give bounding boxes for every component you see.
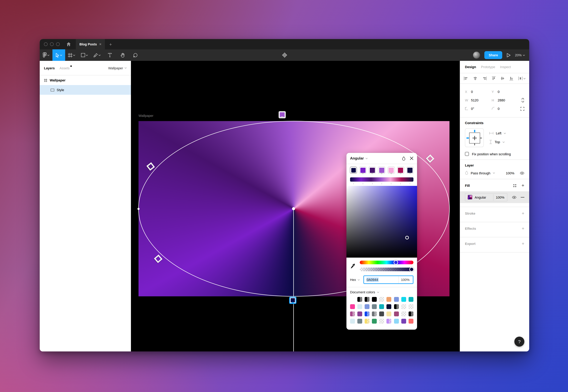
align-vertical-center-icon[interactable] <box>501 76 504 81</box>
hue-slider-knob[interactable] <box>393 260 398 265</box>
document-color-swatch[interactable] <box>357 319 362 323</box>
document-color-swatch[interactable] <box>387 319 391 323</box>
pen-tool-button[interactable] <box>91 49 103 61</box>
document-color-swatch[interactable] <box>394 319 399 323</box>
document-color-swatch[interactable] <box>372 304 377 309</box>
align-top-icon[interactable] <box>492 76 495 81</box>
color-field-knob[interactable] <box>405 236 409 239</box>
gradient-stop-handle-top[interactable] <box>279 111 286 118</box>
fill-styles-icon[interactable] <box>513 183 517 187</box>
document-color-swatch[interactable] <box>401 319 406 323</box>
height-field[interactable]: H 2880 <box>492 98 518 102</box>
document-color-swatch[interactable] <box>379 311 384 316</box>
hue-slider[interactable] <box>360 261 413 264</box>
zoom-level-dropdown[interactable]: 20% <box>515 53 525 57</box>
document-color-swatch[interactable] <box>387 304 391 309</box>
add-effect-icon[interactable]: + <box>522 226 524 231</box>
picker-gradient-stop[interactable] <box>359 167 366 174</box>
saturation-value-field[interactable] <box>346 186 417 258</box>
constrain-proportions-toggle[interactable] <box>521 98 524 103</box>
document-color-swatch[interactable] <box>357 297 362 302</box>
document-color-swatch[interactable] <box>365 319 370 323</box>
document-color-swatch[interactable] <box>372 319 377 323</box>
document-color-swatch[interactable] <box>387 311 391 316</box>
picker-gradient-stop[interactable] <box>406 167 414 174</box>
document-color-swatch[interactable] <box>357 304 362 309</box>
alpha-slider[interactable] <box>360 267 413 271</box>
document-color-swatch[interactable] <box>387 297 391 302</box>
add-stroke-icon[interactable]: + <box>522 211 524 216</box>
close-icon[interactable] <box>410 156 413 160</box>
frame-tool-button[interactable] <box>65 49 78 61</box>
comment-tool-button[interactable] <box>129 49 142 61</box>
align-bottom-icon[interactable] <box>509 76 513 81</box>
user-avatar[interactable] <box>473 52 480 59</box>
gradient-type-dropdown[interactable]: Angular <box>350 156 364 160</box>
file-tab[interactable]: Blog Posts × <box>76 39 105 49</box>
close-window-button[interactable] <box>44 42 48 46</box>
document-color-swatch[interactable] <box>350 304 355 309</box>
layer-row-style[interactable]: Style <box>40 85 131 95</box>
document-color-swatch[interactable] <box>394 311 399 316</box>
text-tool-button[interactable] <box>103 49 116 61</box>
fill-opacity-field[interactable]: 100% <box>493 194 507 200</box>
rotation-field[interactable]: 0° <box>465 107 492 111</box>
constraints-widget[interactable] <box>465 128 484 147</box>
document-color-swatch[interactable] <box>401 304 406 309</box>
add-fill-icon[interactable]: + <box>522 183 524 188</box>
document-color-swatch[interactable] <box>350 311 355 316</box>
document-color-swatch[interactable] <box>379 304 384 309</box>
document-color-swatch[interactable] <box>409 297 413 302</box>
picker-gradient-stop[interactable] <box>397 167 404 174</box>
new-tab-button[interactable]: + <box>105 39 116 49</box>
document-color-swatch[interactable] <box>350 319 355 323</box>
align-horizontal-center-icon[interactable] <box>473 77 477 80</box>
document-color-swatch[interactable] <box>372 311 377 316</box>
document-color-swatch[interactable] <box>357 311 362 316</box>
layer-opacity-value[interactable]: 100% <box>506 171 514 175</box>
zoom-window-button[interactable] <box>56 42 60 46</box>
checkbox[interactable] <box>465 152 469 156</box>
fix-position-checkbox-row[interactable]: Fix position when scrolling <box>465 152 524 156</box>
independent-corners-toggle[interactable] <box>520 107 524 111</box>
document-color-swatch[interactable] <box>365 311 370 316</box>
document-color-swatch[interactable] <box>365 297 370 302</box>
blend-droplet-icon[interactable] <box>402 156 405 161</box>
tab-design[interactable]: Design <box>465 65 476 69</box>
tab-prototype[interactable]: Prototype <box>481 65 495 69</box>
opacity-input[interactable]: 100% <box>398 276 413 283</box>
document-color-swatch[interactable] <box>409 304 413 309</box>
hand-tool-button[interactable] <box>116 49 129 61</box>
document-color-swatch[interactable] <box>394 297 399 302</box>
document-color-swatch[interactable] <box>401 311 406 316</box>
align-left-icon[interactable] <box>464 77 468 80</box>
document-color-swatch[interactable] <box>379 319 384 323</box>
document-color-swatch[interactable] <box>409 311 413 316</box>
fill-row[interactable]: Angular 100% <box>460 191 529 203</box>
document-color-swatch[interactable] <box>350 297 355 302</box>
main-menu-button[interactable] <box>40 49 52 61</box>
align-right-icon[interactable] <box>482 77 487 80</box>
document-color-swatch[interactable] <box>401 297 406 302</box>
share-button[interactable]: Share <box>484 51 502 59</box>
picker-gradient-stop[interactable] <box>388 167 395 174</box>
tab-inspect[interactable]: Inspect <box>500 65 511 69</box>
eyedropper-icon[interactable] <box>350 263 356 269</box>
shape-tool-button[interactable] <box>78 49 91 61</box>
x-position-field[interactable]: X 0 <box>465 90 492 94</box>
minimize-window-button[interactable] <box>50 42 54 46</box>
home-icon[interactable] <box>63 39 75 49</box>
document-color-swatch[interactable] <box>365 304 370 309</box>
document-colors-dropdown[interactable]: Document colors <box>350 290 413 294</box>
document-color-swatch[interactable] <box>394 304 399 309</box>
vertical-constraint-dropdown[interactable]: Top <box>489 140 506 144</box>
document-color-swatch[interactable] <box>409 319 413 323</box>
horizontal-constraint-dropdown[interactable]: Left <box>489 131 506 135</box>
tab-assets[interactable]: Assets <box>60 66 70 70</box>
picker-gradient-stop[interactable] <box>350 167 357 174</box>
frame-name-label[interactable]: Wallpaper <box>138 114 153 117</box>
help-button[interactable]: ? <box>514 336 524 347</box>
width-field[interactable]: W 5120 <box>465 98 492 102</box>
move-tool-button[interactable] <box>52 49 65 61</box>
page-selector-dropdown[interactable]: Wallpaper <box>108 66 127 70</box>
